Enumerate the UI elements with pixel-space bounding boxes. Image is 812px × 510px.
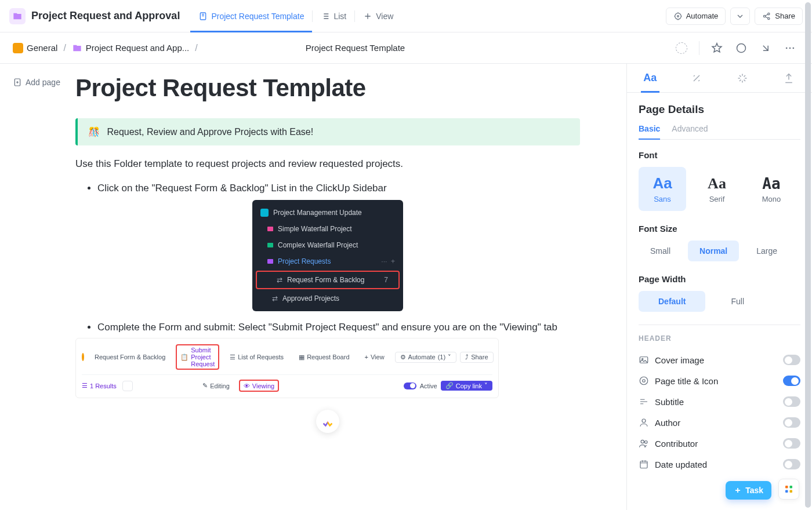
shot1-label: Simple Waterfall Project bbox=[278, 225, 352, 233]
svg-point-15 bbox=[642, 419, 646, 422]
more-menu-icon[interactable] bbox=[781, 39, 799, 57]
svg-point-16 bbox=[641, 440, 644, 443]
switch-contributor[interactable] bbox=[783, 438, 800, 449]
breadcrumb-bar: General / Project Request and App... / P… bbox=[0, 32, 812, 64]
shot2-label: Submit Project Request bbox=[191, 347, 215, 367]
switch-subtitle[interactable] bbox=[783, 396, 800, 407]
svg-point-6 bbox=[737, 43, 746, 52]
svg-point-13 bbox=[640, 377, 648, 385]
shot2-label: Viewing bbox=[252, 382, 274, 389]
add-page-label: Add page bbox=[26, 78, 60, 87]
switch-page-title[interactable] bbox=[783, 376, 800, 386]
celebrate-icon: 🎊 bbox=[88, 127, 100, 137]
shot2-label: Request Board bbox=[307, 354, 349, 360]
breadcrumb-folder[interactable]: Project Request and App... bbox=[72, 43, 189, 53]
divider bbox=[699, 41, 699, 55]
shot2-label: Share bbox=[471, 354, 488, 360]
section-label-pagewidth: Page Width bbox=[639, 274, 800, 284]
font-option-serif[interactable]: AaSerif bbox=[693, 167, 741, 211]
toggle-page-title: Page title & Icon bbox=[639, 370, 800, 391]
tab-add-view[interactable]: View bbox=[355, 0, 401, 32]
svg-point-2 bbox=[677, 15, 679, 17]
svg-rect-21 bbox=[785, 490, 788, 493]
automate-dropdown[interactable] bbox=[730, 8, 750, 25]
toggle-author: Author bbox=[639, 412, 800, 433]
callout-block[interactable]: 🎊 Request, Review and Approve Projects w… bbox=[75, 118, 580, 145]
automate-button[interactable]: Automate bbox=[666, 8, 726, 25]
workspace-folder-icon[interactable] bbox=[9, 8, 26, 24]
new-task-button[interactable]: Task bbox=[726, 481, 771, 500]
shot2-count: (1) bbox=[438, 354, 445, 360]
svg-point-17 bbox=[645, 441, 648, 444]
callout-text: Request, Review and Approve Projects wit… bbox=[107, 127, 313, 137]
breadcrumb-separator: / bbox=[63, 43, 66, 53]
square-icon bbox=[13, 43, 23, 53]
breadcrumb-label: General bbox=[27, 43, 57, 53]
page-title[interactable]: Project Request Template bbox=[75, 74, 580, 102]
download-icon[interactable] bbox=[756, 39, 775, 57]
workspace-title: Project Request and Approval bbox=[31, 10, 180, 22]
svg-rect-18 bbox=[640, 461, 647, 468]
share-button[interactable]: Share bbox=[755, 8, 803, 25]
toggle-cover-image: Cover image bbox=[639, 349, 800, 370]
svg-point-14 bbox=[643, 380, 646, 382]
sidetab-ai-icon[interactable] bbox=[673, 64, 720, 92]
favorite-star-icon[interactable] bbox=[708, 39, 726, 57]
task-label: Task bbox=[745, 486, 763, 495]
comment-icon[interactable] bbox=[732, 39, 751, 57]
shot1-label: Complex Waterfall Project bbox=[278, 241, 358, 249]
list-item[interactable]: Complete the Form and submit: Select "Su… bbox=[97, 322, 580, 333]
tab-label: Project Request Template bbox=[211, 12, 304, 21]
shot2-label: Copy link bbox=[456, 382, 482, 389]
breadcrumb-separator: / bbox=[195, 43, 197, 53]
font-option-mono[interactable]: AaMono bbox=[748, 167, 795, 211]
shot2-label: Editing bbox=[210, 382, 230, 389]
font-option-sans[interactable]: AaSans bbox=[639, 167, 686, 211]
switch-date-updated[interactable] bbox=[783, 459, 800, 469]
svg-rect-20 bbox=[790, 486, 793, 489]
page-details-panel: Aa Page Details Basic Advanced Font AaSa… bbox=[626, 64, 812, 510]
svg-point-9 bbox=[793, 47, 795, 49]
toggle-subtitle: Subtitle bbox=[639, 391, 800, 412]
section-label-font: Font bbox=[639, 150, 800, 160]
breadcrumb-label: Project Request and App... bbox=[86, 43, 189, 53]
add-page-button[interactable]: Add page bbox=[13, 78, 60, 87]
page-details-heading: Page Details bbox=[639, 103, 800, 116]
document-icon bbox=[279, 43, 302, 53]
subtab-basic[interactable]: Basic bbox=[639, 124, 660, 139]
apps-grid-icon[interactable] bbox=[778, 479, 799, 500]
tab-label: View bbox=[376, 12, 393, 21]
tab-project-request-template[interactable]: Project Request Template bbox=[190, 0, 312, 32]
tab-label: List bbox=[334, 12, 346, 21]
shot1-count: 7 bbox=[384, 276, 390, 284]
pagewidth-default[interactable]: Default bbox=[639, 291, 705, 312]
svg-point-1 bbox=[675, 13, 681, 19]
svg-point-8 bbox=[789, 47, 791, 49]
shot1-label: Project Management Update bbox=[273, 209, 362, 217]
shot2-label: Automate bbox=[408, 354, 436, 360]
sidetab-sparkle-icon[interactable] bbox=[720, 64, 766, 92]
fontsize-normal[interactable]: Normal bbox=[688, 241, 739, 261]
breadcrumb-page[interactable]: Project Request Template bbox=[204, 43, 405, 53]
list-item[interactable]: Click on the "Request Form & Backlog" Li… bbox=[97, 183, 580, 194]
breadcrumb-general[interactable]: General bbox=[13, 43, 57, 53]
subtab-advanced[interactable]: Advanced bbox=[672, 124, 708, 139]
shot2-label: Request Form & Backlog bbox=[90, 351, 170, 363]
tag-icon[interactable] bbox=[672, 39, 691, 57]
embedded-screenshot-sidebar: Project Management Update Simple Waterfa… bbox=[252, 200, 403, 311]
folder-icon bbox=[72, 43, 82, 53]
shot1-label: Approved Projects bbox=[282, 294, 339, 303]
sidetab-typography[interactable]: Aa bbox=[627, 64, 673, 92]
tab-list[interactable]: List bbox=[313, 0, 354, 32]
svg-rect-19 bbox=[785, 486, 788, 489]
lead-paragraph[interactable]: Use this Folder template to request proj… bbox=[75, 158, 580, 170]
fontsize-large[interactable]: Large bbox=[745, 241, 789, 261]
pagewidth-full[interactable]: Full bbox=[711, 291, 764, 312]
switch-cover-image[interactable] bbox=[783, 355, 800, 365]
section-label-header: HEADER bbox=[639, 334, 800, 343]
scrollbar[interactable] bbox=[805, 2, 811, 508]
switch-author[interactable] bbox=[783, 417, 800, 428]
embedded-screenshot-toolbar: Request Form & Backlog 📋Submit Project R… bbox=[75, 338, 499, 398]
shot2-label: Active bbox=[420, 382, 437, 389]
fontsize-small[interactable]: Small bbox=[639, 241, 682, 261]
